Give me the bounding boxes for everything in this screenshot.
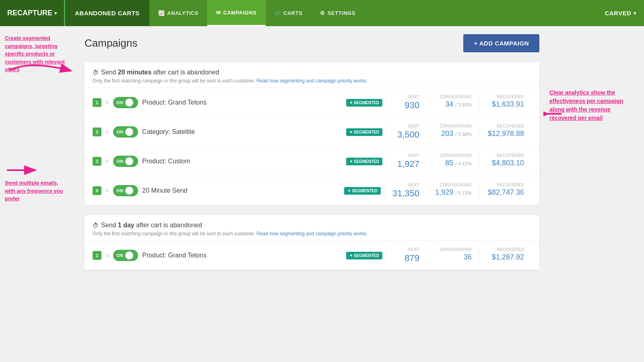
stat-conversions: CONVERSIONS 1,929 / 6.15% bbox=[427, 183, 479, 199]
send-time-label-1: Send 20 minutes after cart is abandoned bbox=[101, 69, 219, 76]
toggle-knob bbox=[125, 128, 133, 136]
stat-conversions: CONVERSIONS 203 / 5.80% bbox=[427, 124, 479, 140]
arrow-right-annotation bbox=[543, 106, 564, 122]
segmented-icon: ✦ bbox=[349, 253, 353, 258]
stats-group: SENT 879 CONVERSIONS 36 RECOVERED $1,287… bbox=[386, 247, 531, 263]
clock-icon-2: ⏱ bbox=[93, 222, 99, 229]
row-number: 2 bbox=[93, 128, 101, 136]
nav-link-campaigns[interactable]: ✉ CAMPAIGNS bbox=[207, 0, 265, 26]
analytics-icon: 📈 bbox=[158, 10, 165, 16]
row-number: 4 bbox=[93, 186, 101, 195]
send-group-2: ⏱ Send 1 day after cart is abandoned Onl… bbox=[85, 215, 539, 270]
segmented-badge: ✦ SEGMENTED bbox=[346, 99, 382, 107]
stat-sent: SENT 879 bbox=[386, 247, 427, 263]
campaigns-icon: ✉ bbox=[216, 10, 221, 16]
toggle-switch[interactable]: ON bbox=[113, 156, 138, 167]
stat-recovered: RECOVERED $82,747.36 bbox=[479, 183, 531, 199]
settings-icon: ⚙ bbox=[320, 10, 325, 16]
toggle-knob bbox=[125, 157, 133, 165]
stat-recovered: RECOVERED $12,978.88 bbox=[479, 124, 531, 140]
brand-chevron-icon: ▾ bbox=[54, 10, 57, 16]
stat-sent: SENT 3,500 bbox=[386, 124, 427, 140]
stats-group: SENT 3,500 CONVERSIONS 203 / 5.80% RECOV… bbox=[386, 124, 531, 140]
annotation-2: Send multiple emails, with any frequency… bbox=[5, 179, 65, 203]
drag-handle[interactable]: ≡ bbox=[105, 187, 109, 194]
campaign-name: Product: Grand Tetons bbox=[142, 252, 342, 259]
toggle-switch[interactable]: ON bbox=[113, 185, 138, 196]
toggle-switch[interactable]: ON bbox=[113, 126, 138, 138]
right-chevron-icon: ▾ bbox=[634, 10, 636, 16]
left-sidebar: Create segmented campaigns, targeting sp… bbox=[0, 26, 83, 362]
campaign-row: 1 ≡ ON Product: Grand Tetons ✦ SEGMENTED… bbox=[85, 88, 539, 117]
stat-conversions: CONVERSIONS 36 bbox=[427, 247, 479, 263]
nav-link-settings[interactable]: ⚙ SETTINGS bbox=[311, 0, 364, 26]
nav-right-brand[interactable]: CARVED ▾ bbox=[597, 0, 644, 26]
drag-handle[interactable]: ≡ bbox=[105, 128, 109, 136]
nav-links: 📈 ANALYTICS ✉ CAMPAIGNS 🛒 CARTS ⚙ SETTIN… bbox=[149, 0, 597, 26]
segmented-icon: ✦ bbox=[349, 159, 353, 164]
campaign-row: 4 ≡ ON 20 Minute Send ✦ SEGMENTED SENT 3… bbox=[85, 176, 539, 205]
nav-brand[interactable]: RECAPTURE ▾ bbox=[0, 0, 64, 26]
row-number: 1 bbox=[93, 251, 101, 260]
stats-group: SENT 930 CONVERSIONS 34 / 3.66% RECOVERE… bbox=[386, 95, 531, 111]
annotation-1: Create segmented campaigns, targeting sp… bbox=[5, 34, 65, 74]
campaign-name: Product: Custom bbox=[142, 158, 342, 165]
send-group-2-header: ⏱ Send 1 day after cart is abandoned Onl… bbox=[85, 215, 539, 241]
segmented-badge: ✦ SEGMENTED bbox=[344, 187, 380, 195]
stat-sent: SENT 31,350 bbox=[385, 183, 427, 199]
campaign-name: Category: Satellite bbox=[142, 128, 342, 136]
arrow-2 bbox=[5, 163, 37, 177]
segmenting-link-2[interactable]: Read how segmenting and campaign priorit… bbox=[257, 231, 367, 237]
stat-recovered: RECOVERED $1,287.92 bbox=[479, 247, 531, 263]
stats-group: SENT 31,350 CONVERSIONS 1,929 / 6.15% RE… bbox=[385, 183, 531, 199]
segmented-icon: ✦ bbox=[347, 189, 351, 193]
segmented-badge: ✦ SEGMENTED bbox=[346, 252, 382, 259]
drag-handle[interactable]: ≡ bbox=[105, 252, 109, 259]
toggle-switch[interactable]: ON bbox=[113, 97, 138, 108]
row-number: 1 bbox=[93, 98, 101, 107]
campaign-row: 2 ≡ ON Category: Satellite ✦ SEGMENTED S… bbox=[85, 117, 539, 147]
stat-recovered: RECOVERED $1,633.91 bbox=[479, 95, 531, 111]
add-campaign-button[interactable]: + ADD CAMPAIGN bbox=[463, 34, 539, 52]
right-annotation-area: Clear analytics show the effectiveness p… bbox=[547, 26, 644, 362]
campaign-name: Product: Grand Tetons bbox=[142, 99, 342, 106]
page-header: Campaigns + ADD CAMPAIGN bbox=[85, 34, 539, 52]
toggle-switch[interactable]: ON bbox=[113, 250, 138, 261]
campaign-row: 1 ≡ ON Product: Grand Tetons ✦ SEGMENTED… bbox=[85, 241, 539, 270]
segmented-badge: ✦ SEGMENTED bbox=[346, 158, 382, 165]
segmented-badge: ✦ SEGMENTED bbox=[346, 128, 382, 136]
drag-handle[interactable]: ≡ bbox=[105, 158, 109, 165]
content-area: Campaigns + ADD CAMPAIGN ⏱ Send 20 minut… bbox=[83, 26, 547, 362]
segmenting-link-1[interactable]: Read how segmenting and campaign priorit… bbox=[257, 78, 367, 84]
send-time-label-2: Send 1 day after cart is abandoned bbox=[101, 222, 202, 229]
stat-sent: SENT 930 bbox=[386, 95, 427, 111]
page-title: Campaigns bbox=[85, 37, 138, 49]
nav-link-carts[interactable]: 🛒 CARTS bbox=[266, 0, 312, 26]
top-nav: RECAPTURE ▾ ABANDONED CARTS 📈 ANALYTICS … bbox=[0, 0, 644, 26]
nav-section: ABANDONED CARTS bbox=[64, 0, 149, 26]
toggle-knob bbox=[125, 187, 133, 195]
send-group-1: ⏱ Send 20 minutes after cart is abandone… bbox=[85, 62, 539, 205]
campaign-row: 3 ≡ ON Product: Custom ✦ SEGMENTED SENT … bbox=[85, 147, 539, 176]
segmented-icon: ✦ bbox=[349, 130, 353, 134]
stat-sent: SENT 1,927 bbox=[386, 153, 427, 169]
toggle-knob bbox=[125, 99, 133, 107]
stat-conversions: CONVERSIONS 85 / 4.41% bbox=[427, 153, 479, 169]
drag-handle[interactable]: ≡ bbox=[105, 99, 109, 106]
segmented-icon: ✦ bbox=[349, 101, 353, 105]
stat-conversions: CONVERSIONS 34 / 3.66% bbox=[427, 95, 479, 111]
campaign-name: 20 Minute Send bbox=[142, 187, 340, 194]
carts-icon: 🛒 bbox=[275, 10, 281, 16]
row-number: 3 bbox=[93, 157, 101, 166]
clock-icon-1: ⏱ bbox=[93, 69, 99, 76]
nav-link-analytics[interactable]: 📈 ANALYTICS bbox=[149, 0, 207, 26]
send-group-1-header: ⏱ Send 20 minutes after cart is abandone… bbox=[85, 62, 539, 88]
stats-group: SENT 1,927 CONVERSIONS 85 / 4.41% RECOVE… bbox=[386, 153, 531, 169]
stat-recovered: RECOVERED $4,803.10 bbox=[479, 153, 531, 169]
toggle-knob bbox=[125, 251, 133, 259]
